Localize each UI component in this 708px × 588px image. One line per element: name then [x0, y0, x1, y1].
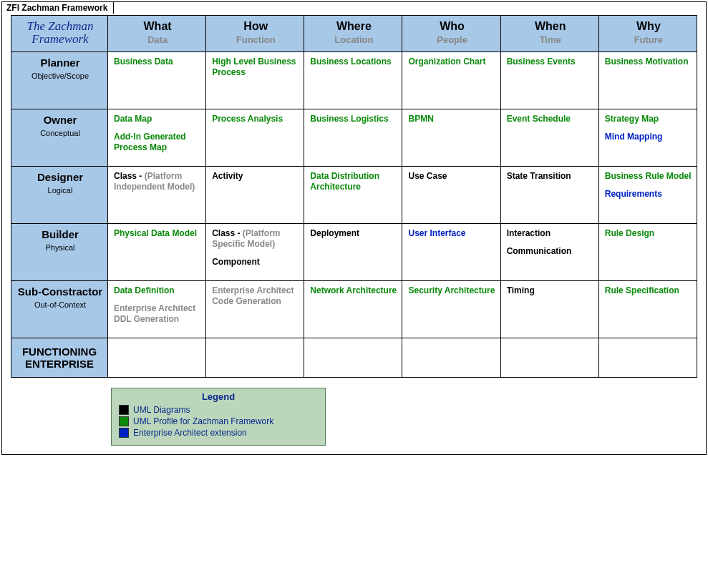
- legend-title: Legend: [119, 391, 318, 402]
- cell: Rule Design: [598, 223, 697, 280]
- zachman-table: The Zachman FrameworkWhatDataHowFunction…: [11, 15, 697, 378]
- col-header-sub: Data: [114, 34, 201, 45]
- cell-item: Class - (Platform Specific Model): [212, 228, 299, 250]
- table-row: BuilderPhysicalPhysical Data ModelClass …: [11, 223, 697, 280]
- cell: Class - (Platform Specific Model)Compone…: [206, 223, 304, 280]
- row-header-sub: Objective/Scope: [17, 72, 103, 80]
- cell: Rule Specification: [598, 280, 697, 338]
- cell-item: Enterprise Architect DDL Generation: [114, 303, 201, 325]
- cell: Event Schedule: [500, 109, 598, 166]
- legend-label: UML Diagrams: [133, 405, 190, 415]
- legend-label: UML Profile for Zachman Framework: [133, 416, 273, 426]
- cell-item: Data Distribution Architecture: [310, 171, 397, 192]
- legend-label: Enterprise Architect extension: [133, 428, 247, 438]
- col-header-main: Who: [408, 20, 495, 33]
- row-header: OwnerConceptual: [11, 109, 108, 166]
- cell: Use Case: [402, 166, 500, 223]
- cell: Data DefinitionEnterprise Architect DDL …: [108, 280, 206, 338]
- cell: Network Architecture: [304, 280, 402, 338]
- row-header-sub: Conceptual: [17, 129, 103, 137]
- row-header: BuilderPhysical: [11, 223, 108, 280]
- col-header-sub: Time: [507, 34, 594, 45]
- cell: [500, 338, 598, 377]
- cell: [598, 338, 697, 377]
- col-header-sub: Location: [310, 34, 397, 45]
- legend-item: UML Profile for Zachman Framework: [119, 416, 318, 426]
- table-row: PlannerObjective/ScopeBusiness DataHigh …: [11, 52, 697, 109]
- row-header-main: Builder: [17, 228, 103, 240]
- cell-item: Organization Chart: [408, 57, 495, 67]
- cell-item: Use Case: [408, 171, 495, 182]
- table-row: FUNCTIONING ENTERPRISE: [11, 338, 697, 377]
- row-header-main: Planner: [17, 57, 103, 69]
- row-header-main: Owner: [17, 114, 103, 126]
- cell: Process Analysis: [206, 109, 304, 166]
- cell-item: Event Schedule: [507, 114, 594, 124]
- cell-item: Mind Mapping: [605, 132, 692, 142]
- cell: [108, 338, 206, 377]
- cell-item: Business Events: [507, 57, 594, 67]
- cell-item: Business Data: [114, 57, 201, 67]
- cell-item: Rule Specification: [605, 285, 692, 296]
- cell-item: Add-In Generated Process Map: [114, 132, 201, 153]
- cell: InteractionCommunication: [500, 223, 598, 280]
- corner-title: The Zachman Framework: [17, 20, 103, 46]
- cell-item: Component: [212, 257, 299, 268]
- cell-item: User Interface: [408, 228, 495, 239]
- col-header-sub: Function: [212, 34, 299, 45]
- cell: Enterprise Architect Code Generation: [206, 280, 304, 338]
- col-header-why: WhyFuture: [598, 16, 697, 52]
- cell-item: Physical Data Model: [114, 228, 201, 239]
- legend: Legend UML DiagramsUML Profile for Zachm…: [111, 388, 326, 446]
- cell: Activity: [206, 166, 304, 223]
- col-header-who: WhoPeople: [402, 16, 500, 52]
- cell: Physical Data Model: [108, 223, 206, 280]
- col-header-main: Where: [310, 20, 397, 33]
- cell-item: Timing: [507, 285, 594, 296]
- cell: Deployment: [304, 223, 402, 280]
- cell: Business Locations: [304, 52, 402, 109]
- cell: Business Events: [500, 52, 598, 109]
- cell-item: Business Logistics: [310, 114, 397, 124]
- row-header-sub: Logical: [17, 186, 103, 195]
- row-header-main: Sub-Constractor: [17, 285, 103, 298]
- cell: Security Architecture: [402, 280, 500, 338]
- cell: Data Distribution Architecture: [304, 166, 402, 223]
- cell: [206, 338, 304, 377]
- cell: Strategy MapMind Mapping: [598, 109, 697, 166]
- legend-swatch: [119, 405, 129, 415]
- cell-item: Business Locations: [310, 57, 397, 67]
- col-header-when: WhenTime: [500, 16, 598, 52]
- frame-tab: ZFl Zachman Framework: [1, 1, 114, 14]
- row-header: FUNCTIONING ENTERPRISE: [11, 338, 108, 377]
- legend-swatch: [119, 416, 129, 426]
- cell-item: Rule Design: [605, 228, 692, 239]
- row-header: PlannerObjective/Scope: [11, 52, 108, 109]
- cell: State Transition: [500, 166, 598, 223]
- cell-item: BPMN: [408, 114, 495, 124]
- table-row: OwnerConceptualData MapAdd-In Generated …: [11, 109, 697, 166]
- legend-item: UML Diagrams: [119, 405, 318, 415]
- col-header-main: When: [507, 20, 594, 33]
- cell-item: Interaction: [507, 228, 594, 239]
- cell-item: Data Map: [114, 114, 201, 124]
- cell-item: Deployment: [310, 228, 397, 239]
- cell: [304, 338, 402, 377]
- cell: Organization Chart: [402, 52, 500, 109]
- cell: BPMN: [402, 109, 500, 166]
- cell-item: Security Architecture: [408, 285, 495, 296]
- row-header-main: FUNCTIONING ENTERPRISE: [14, 346, 105, 370]
- cell: High Level Business Process: [206, 52, 304, 109]
- table-head: The Zachman FrameworkWhatDataHowFunction…: [11, 16, 697, 52]
- cell-item: Network Architecture: [310, 285, 397, 296]
- cell: [402, 338, 500, 377]
- col-header-where: WhereLocation: [304, 16, 402, 52]
- cell-item: Requirements: [605, 189, 692, 200]
- cell: Class - (Platform Independent Model): [108, 166, 206, 223]
- table-row: DesignerLogicalClass - (Platform Indepen…: [11, 166, 697, 223]
- cell: Timing: [500, 280, 598, 338]
- corner-cell: The Zachman Framework: [11, 16, 108, 52]
- legend-swatch: [119, 428, 129, 438]
- row-header-main: Designer: [17, 171, 103, 183]
- row-header-sub: Out-of-Context: [17, 300, 103, 309]
